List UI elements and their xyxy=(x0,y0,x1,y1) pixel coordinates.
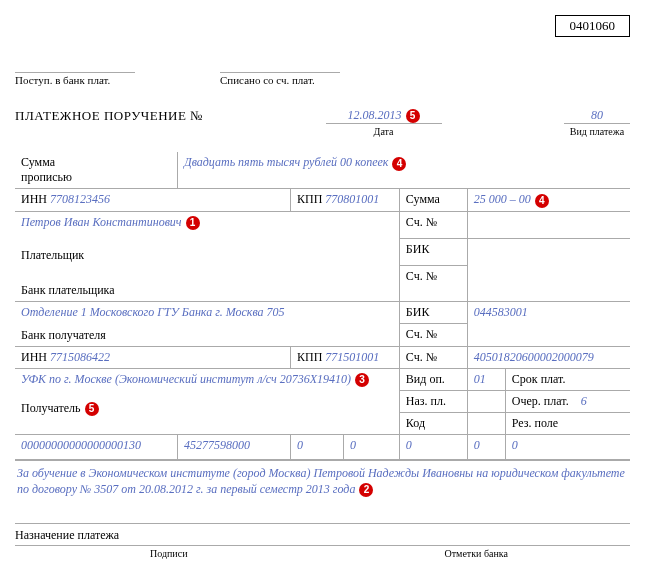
sch-label-2: Сч. № xyxy=(399,266,467,302)
code-3: 0 xyxy=(344,434,400,459)
payment-type-value: 80 xyxy=(564,108,630,124)
received-label: Поступ. в банк плат. xyxy=(15,74,110,86)
sch-label-1: Сч. № xyxy=(399,211,467,238)
payment-type-label: Вид платежа xyxy=(564,126,630,137)
vid-op-label: Вид оп. xyxy=(399,368,467,390)
benef-bank-label: Банк получателя xyxy=(21,328,393,343)
code-5: 0 xyxy=(467,434,505,459)
badge-4b-icon: 4 xyxy=(535,194,549,208)
benef-name: УФК по г. Москве (Экономический институт… xyxy=(21,372,351,386)
payer-kpp: 770801001 xyxy=(325,192,379,206)
payer-bank-label: Банк плательщика xyxy=(21,283,393,298)
sch-label-3: Сч. № xyxy=(399,324,467,347)
ocher-value: 6 xyxy=(581,394,587,408)
badge-5b-icon: 5 xyxy=(85,402,99,416)
badge-3-icon: 3 xyxy=(355,373,369,387)
benef-inn: 7715086422 xyxy=(50,350,110,364)
debited-label: Списано со сч. плат. xyxy=(220,74,315,86)
naz-pl-label: Наз. пл. xyxy=(399,390,467,412)
badge-4-icon: 4 xyxy=(392,157,406,171)
sum-words-value: Двадцать пять тысяч рублей 00 копеек xyxy=(184,155,388,169)
received-in-bank xyxy=(15,57,135,73)
payer-role-label: Плательщик xyxy=(21,248,393,263)
badge-2-icon: 2 xyxy=(359,483,373,497)
form-code: 0401060 xyxy=(555,15,631,37)
signatures-label: Подписи xyxy=(15,546,323,559)
sch-label-4: Сч. № xyxy=(399,346,467,368)
purpose-label: Назначение платежа xyxy=(15,523,630,543)
code-0: 00000000000000000130 xyxy=(15,434,178,459)
code-1: 45277598000 xyxy=(178,434,291,459)
date-label: Дата xyxy=(223,126,544,137)
date-value: 12.08.20135 xyxy=(326,108,442,124)
debited-from-acct xyxy=(220,57,340,73)
sum-label: Сумма xyxy=(399,189,467,211)
document-title: ПЛАТЕЖНОЕ ПОРУЧЕНИЕ № xyxy=(15,108,203,124)
bik-label-1: БИК xyxy=(399,238,467,265)
code-2: 0 xyxy=(291,434,344,459)
benef-bik: 044583001 xyxy=(474,305,528,319)
payer-kpp-label: КПП xyxy=(297,192,322,206)
payment-purpose: За обучение в Экономическом институте (г… xyxy=(15,460,630,497)
payer-inn: 7708123456 xyxy=(50,192,110,206)
badge-1-icon: 1 xyxy=(186,216,200,230)
rez-label: Рез. поле xyxy=(505,412,630,434)
benef-branch-name: Отделение 1 Московского ГТУ Банка г. Мос… xyxy=(21,305,285,319)
payer-inn-label: ИНН xyxy=(21,192,47,206)
benef-role-label: Получатель xyxy=(21,401,81,415)
sum-words-label: Сумма прописью xyxy=(15,152,178,189)
vid-op-value: 01 xyxy=(474,372,486,386)
payer-name: Петров Иван Константинович xyxy=(21,215,182,229)
benef-kpp-label: КПП xyxy=(297,350,322,364)
kod-label: Код xyxy=(399,412,467,434)
benef-inn-label: ИНН xyxy=(21,350,47,364)
code-4: 0 xyxy=(399,434,467,459)
benef-kpp: 771501001 xyxy=(325,350,379,364)
bik-label-2: БИК xyxy=(399,301,467,324)
benef-sch: 40501820600002000079 xyxy=(474,350,594,364)
code-6: 0 xyxy=(505,434,630,459)
badge-5-icon: 5 xyxy=(406,109,420,123)
ocher-label: Очер. плат. xyxy=(512,394,569,408)
srok-label: Срок плат. xyxy=(505,368,630,390)
bank-marks-label: Отметки банка xyxy=(323,546,631,559)
sum-value: 25 000 – 00 xyxy=(474,192,531,206)
